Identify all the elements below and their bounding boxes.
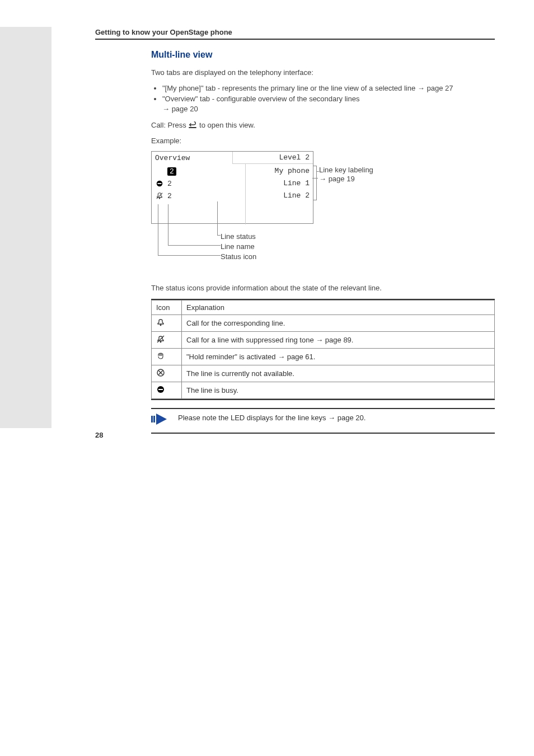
header-title: Getting to know your OpenStage phone: [95, 28, 232, 36]
grey-sidebar-strip: [0, 27, 51, 428]
back-key-icon: [188, 120, 197, 129]
annotation-status-icon: Status icon: [221, 252, 256, 261]
line1-name: 2: [167, 167, 176, 176]
line-row-3: 2: [155, 190, 242, 202]
icon-explanation-table: Icon Explanation Call for the correspond…: [151, 300, 495, 399]
cell-explanation: Call for a line with suppressed ring ton…: [182, 331, 495, 348]
svg-point-6: [160, 341, 162, 342]
screen-lines-column: 2 2: [152, 164, 245, 224]
annotation-line-key-labeling: Line key labeling: [319, 166, 373, 174]
screen-labels-column: My phone Line 1 Line 2: [246, 164, 313, 224]
line-row-1: 2: [155, 165, 242, 177]
label-line2: Line 2: [249, 190, 310, 202]
table-row: Call for a line with suppressed ring ton…: [152, 331, 495, 348]
svg-point-3: [159, 198, 160, 199]
busy-icon: [152, 382, 182, 398]
hold-reminder-icon: [152, 348, 182, 365]
bullet-myphone: "[My phone]" tab - represents the primar…: [162, 83, 495, 93]
line2-status-icon: [155, 179, 164, 188]
line3-status-icon: [155, 191, 164, 200]
bell-icon: [152, 314, 182, 331]
th-explanation: Explanation: [182, 300, 495, 314]
line3-name: 2: [167, 192, 172, 200]
status-icons-paragraph: The status icons provide information abo…: [151, 283, 495, 293]
intro-bullet-list: "[My phone]" tab - represents the primar…: [151, 83, 495, 114]
multi-line-diagram: Overview Level 2 2: [151, 151, 495, 274]
bell-struck-icon: [152, 331, 182, 348]
cell-explanation: "Hold reminder" is activated → page 61.: [182, 348, 495, 365]
annotation-line-status: Line status: [221, 232, 256, 241]
annotation-page-19: → page 19: [319, 175, 355, 183]
cell-explanation: Call for the corresponding line.: [182, 314, 495, 331]
label-line1: Line 1: [249, 177, 310, 190]
phone-screen: Overview Level 2 2: [151, 151, 313, 224]
table-row: The line is busy.: [152, 382, 495, 398]
annotation-line-name: Line name: [221, 242, 255, 251]
tab-overview: Overview: [152, 152, 232, 164]
note-text: Please note the LED displays for the lin…: [178, 414, 366, 422]
running-header: Getting to know your OpenStage phone: [95, 28, 495, 40]
th-icon: Icon: [152, 300, 182, 314]
table-row: The line is currently not available.: [152, 365, 495, 382]
example-label: Example:: [151, 136, 495, 146]
line2-name: 2: [167, 180, 172, 188]
note-arrow-icon: [151, 414, 170, 425]
line-row-2: 2: [155, 177, 242, 190]
intro-paragraph: Two tabs are displayed on the telephony …: [151, 68, 495, 78]
table-header-row: Icon Explanation: [152, 300, 495, 314]
label-myphone: My phone: [249, 165, 310, 177]
cell-explanation: The line is currently not available.: [182, 365, 495, 382]
svg-rect-0: [189, 127, 196, 128]
svg-rect-13: [151, 416, 153, 422]
page-number: 28: [95, 431, 103, 439]
svg-rect-12: [158, 389, 163, 390]
svg-marker-15: [156, 414, 167, 425]
not-available-icon: [152, 365, 182, 382]
bullet-overview: "Overview" tab - configurable overview o…: [162, 94, 495, 114]
table-row: "Hold reminder" is activated → page 61.: [152, 348, 495, 365]
line1-status-icon: [155, 167, 164, 176]
tab-level: Level 2: [232, 152, 313, 164]
note-box: Please note the LED displays for the lin…: [151, 408, 495, 434]
table-row: Call for the corresponding line.: [152, 314, 495, 331]
svg-rect-14: [153, 416, 155, 422]
svg-rect-2: [158, 183, 162, 184]
svg-point-5: [160, 324, 162, 326]
section-title: Multi-line view: [151, 50, 495, 60]
cell-explanation: The line is busy.: [182, 382, 495, 398]
call-press-line: Call: Press to open this view.: [151, 120, 495, 130]
icon-table-wrap: Icon Explanation Call for the correspond…: [151, 299, 495, 400]
